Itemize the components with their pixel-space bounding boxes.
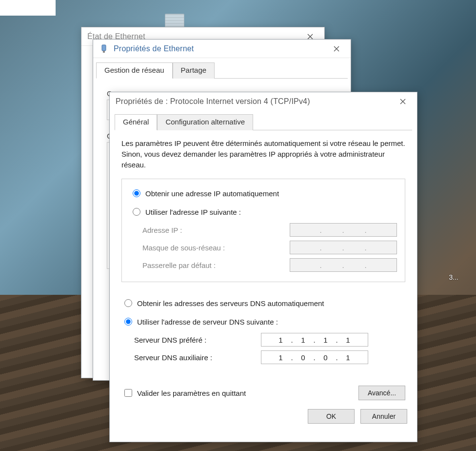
close-icon[interactable] (325, 41, 348, 57)
subnet-mask-label: Masque de sous-réseau : (142, 244, 290, 252)
radio-manual-dns[interactable] (124, 318, 132, 326)
svg-rect-0 (102, 45, 106, 51)
desktop-truncated-label: 3... (449, 273, 458, 281)
dns-preferred-field[interactable]: 1. 1. 1. 1 (261, 333, 368, 347)
subnet-mask-field: ... (290, 241, 397, 254)
dns-alternate-label: Serveur DNS auxiliaire : (134, 353, 261, 362)
radio-auto-dns-label: Obtenir les adresses des serveurs DNS au… (137, 299, 405, 308)
ip-address-field: ... (290, 223, 397, 237)
gateway-label: Passerelle par défaut : (142, 261, 290, 269)
tab-sharing[interactable]: Partage (173, 62, 215, 79)
intro-text: Les paramètres IP peuvent être déterminé… (121, 138, 405, 170)
dns-alternate-field[interactable]: 1. 0. 0. 1 (261, 350, 368, 364)
radio-auto-ip-label: Obtenir une adresse IP automatiquement (145, 189, 397, 198)
tab-network[interactable]: Gestion de réseau (96, 62, 173, 79)
cancel-button[interactable]: Annuler (360, 409, 407, 424)
tab-general[interactable]: Général (115, 114, 157, 130)
ok-button[interactable]: OK (308, 409, 355, 424)
window-title: Propriétés de : Protocole Internet versi… (116, 97, 392, 106)
radio-manual-ip-label: Utiliser l'adresse IP suivante : (145, 208, 397, 216)
close-icon[interactable] (392, 94, 414, 109)
window-title: Propriétés de Ethernet (114, 44, 325, 53)
validate-on-exit-checkbox[interactable] (124, 389, 132, 397)
radio-manual-ip[interactable] (133, 208, 140, 216)
gateway-field: ... (290, 258, 397, 272)
ethernet-icon (99, 44, 109, 54)
radio-auto-ip[interactable] (133, 189, 140, 197)
tab-alternate-config[interactable]: Configuration alternative (157, 114, 253, 130)
radio-manual-dns-label: Utiliser l'adresse de serveur DNS suivan… (137, 318, 405, 326)
dns-preferred-label: Serveur DNS préféré : (134, 336, 261, 344)
ip-address-label: Adresse IP : (142, 226, 290, 234)
validate-on-exit-label: Valider les paramètres en quittant (137, 389, 246, 397)
window-ipv4-properties: Propriétés de : Protocole Internet versi… (109, 92, 417, 442)
radio-auto-dns[interactable] (124, 299, 132, 307)
advanced-button[interactable]: Avancé... (358, 386, 405, 400)
svg-rect-1 (103, 51, 105, 53)
